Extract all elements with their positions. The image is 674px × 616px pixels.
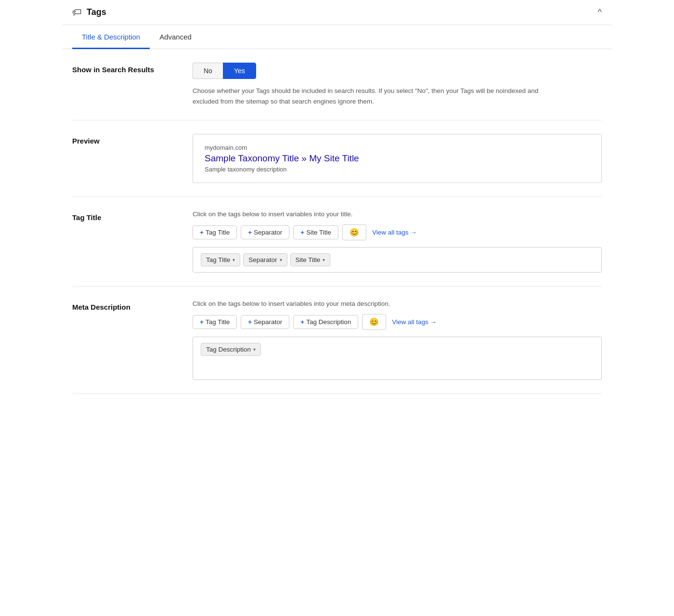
token-separator[interactable]: Separator ▾: [243, 253, 287, 266]
tab-title-description[interactable]: Title & Description: [72, 25, 150, 49]
plus-icon-6: +: [300, 318, 304, 326]
insert-emoji-button[interactable]: 😊: [342, 224, 366, 240]
tag-title-content: Click on the tags below to insert variab…: [193, 210, 602, 273]
yes-button[interactable]: Yes: [223, 63, 256, 79]
tag-title-buttons-row: + Tag Title + Separator + Site Title 😊 V: [193, 224, 602, 240]
show-in-search-results-content: No Yes Choose whether your Tags should b…: [193, 63, 602, 106]
panel-title-group: 🏷 Tags: [72, 7, 106, 18]
no-button[interactable]: No: [193, 63, 223, 79]
panel-header: 🏷 Tags ^: [63, 0, 611, 25]
tab-advanced[interactable]: Advanced: [150, 25, 201, 49]
preview-label: Preview: [72, 134, 178, 183]
panel-title: Tags: [87, 7, 106, 17]
insert-tag-title-button[interactable]: + Tag Title: [193, 225, 237, 239]
plus-icon-2: +: [248, 229, 252, 236]
show-in-search-results-label: Show in Search Results: [72, 63, 178, 106]
token-site-title[interactable]: Site Title ▾: [290, 253, 331, 266]
meta-insert-tag-title-label: Tag Title: [206, 318, 230, 326]
meta-emoji-icon: 😊: [369, 317, 379, 327]
preview-domain: mydomain.com: [205, 144, 590, 151]
search-results-help-text: Choose whether your Tags should be inclu…: [193, 86, 554, 106]
token-tag-description-label: Tag Description: [206, 346, 251, 353]
meta-insert-tag-desc-label: Tag Description: [306, 318, 351, 326]
token-tag-title-label: Tag Title: [206, 256, 230, 263]
preview-title: Sample Taxonomy Title » My Site Title: [205, 153, 590, 164]
chevron-down-icon-4: ▾: [253, 347, 256, 352]
meta-insert-separator-label: Separator: [254, 318, 282, 326]
plus-icon-5: +: [248, 318, 252, 326]
plus-icon-4: +: [200, 318, 204, 326]
view-all-tags-link[interactable]: View all tags →: [372, 229, 417, 236]
insert-site-title-label: Site Title: [306, 229, 331, 236]
token-tag-description[interactable]: Tag Description ▾: [201, 343, 261, 356]
meta-description-label: Meta Description: [72, 300, 178, 380]
meta-description-section: Meta Description Click on the tags below…: [72, 287, 602, 394]
insert-site-title-button[interactable]: + Site Title: [293, 225, 338, 239]
plus-icon: +: [200, 229, 204, 236]
token-separator-label: Separator: [248, 256, 277, 263]
chevron-down-icon-2: ▾: [280, 257, 282, 262]
insert-tag-title-label: Tag Title: [206, 229, 230, 236]
emoji-icon: 😊: [350, 228, 359, 237]
tabs-bar: Title & Description Advanced: [63, 25, 611, 49]
content-area: Show in Search Results No Yes Choose whe…: [63, 49, 611, 394]
meta-insert-emoji-button[interactable]: 😊: [362, 314, 386, 330]
meta-description-token-area[interactable]: Tag Description ▾: [193, 337, 602, 380]
insert-separator-label: Separator: [254, 229, 282, 236]
token-tag-title[interactable]: Tag Title ▾: [201, 253, 240, 266]
meta-description-content: Click on the tags below to insert variab…: [193, 300, 602, 380]
token-site-title-label: Site Title: [296, 256, 321, 263]
chevron-down-icon-3: ▾: [323, 257, 325, 262]
tag-title-label: Tag Title: [72, 210, 178, 273]
preview-description: Sample taxonomy description: [205, 166, 590, 173]
meta-insert-separator-button[interactable]: + Separator: [241, 315, 289, 329]
tag-icon: 🏷: [72, 7, 82, 18]
tag-title-instruction: Click on the tags below to insert variab…: [193, 210, 602, 218]
tag-title-token-area[interactable]: Tag Title ▾ Separator ▾ Site Title ▾: [193, 247, 602, 273]
preview-section: Preview mydomain.com Sample Taxonomy Tit…: [72, 120, 602, 197]
chevron-down-icon: ▾: [233, 257, 235, 262]
toggle-group: No Yes: [193, 63, 602, 79]
preview-box: mydomain.com Sample Taxonomy Title » My …: [193, 134, 602, 183]
meta-insert-tag-title-button[interactable]: + Tag Title: [193, 315, 237, 329]
preview-content: mydomain.com Sample Taxonomy Title » My …: [193, 134, 602, 183]
collapse-button[interactable]: ^: [598, 7, 602, 17]
meta-description-buttons-row: + Tag Title + Separator + Tag Descriptio…: [193, 314, 602, 330]
plus-icon-3: +: [300, 229, 304, 236]
insert-separator-button[interactable]: + Separator: [241, 225, 289, 239]
meta-view-all-tags-link[interactable]: View all tags →: [392, 318, 437, 326]
show-in-search-results-section: Show in Search Results No Yes Choose whe…: [72, 49, 602, 120]
tag-title-section: Tag Title Click on the tags below to ins…: [72, 197, 602, 287]
meta-insert-tag-description-button[interactable]: + Tag Description: [293, 315, 358, 329]
meta-description-instruction: Click on the tags below to insert variab…: [193, 300, 602, 307]
